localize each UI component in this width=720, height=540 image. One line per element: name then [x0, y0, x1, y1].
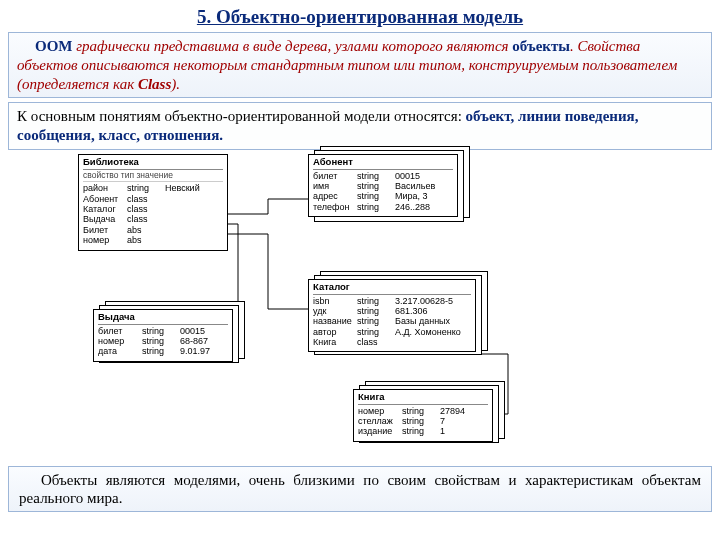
object-abonent: Абонент билетstring00015имяstringВасилье…	[308, 154, 458, 217]
object-library: Библиотека свойство тип значение районst…	[78, 154, 228, 251]
intro-end: ).	[171, 76, 180, 92]
table-row: адресstringМира, 3	[313, 191, 453, 201]
katalog-title: Каталог	[313, 282, 471, 295]
intro-box: ООМ графически представима в виде дерева…	[8, 32, 712, 98]
library-title: Библиотека	[83, 157, 223, 170]
table-row: имяstringВасильев	[313, 181, 453, 191]
footer-box: Объекты являются моделями, очень близким…	[8, 466, 712, 512]
object-kniga: Книга номерstring27894стеллажstring7изда…	[353, 389, 493, 442]
table-row: Книгаclass	[313, 337, 471, 347]
intro-objects: объекты	[512, 38, 570, 54]
table-row: авторstringА.Д. Хомоненко	[313, 327, 471, 337]
kniga-title: Книга	[358, 392, 488, 405]
table-row: названиеstringБазы данных	[313, 316, 471, 326]
intro-class: Class	[138, 76, 171, 92]
table-row: билетstring00015	[313, 171, 453, 181]
page-title: 5. Объектно-ориентированная модель	[4, 6, 716, 28]
object-vydacha: Выдача билетstring00015номерstring68-867…	[93, 309, 233, 362]
table-row: датаstring9.01.97	[98, 346, 228, 356]
table-row: Каталогclass	[83, 204, 223, 214]
table-row: телефонstring246..288	[313, 202, 453, 212]
vydacha-title: Выдача	[98, 312, 228, 325]
intro-main: графически представима в виде дерева, уз…	[73, 38, 513, 54]
diagram-area: Библиотека свойство тип значение районst…	[8, 154, 712, 464]
table-row: Билетabs	[83, 225, 223, 235]
intro-acronym: ООМ	[35, 38, 73, 54]
table-row: районstringНевский	[83, 183, 223, 193]
footer-text: Объекты являются моделями, очень близким…	[19, 472, 701, 506]
table-row: номерstring68-867	[98, 336, 228, 346]
table-row: Абонентclass	[83, 194, 223, 204]
library-subheader: свойство тип значение	[83, 171, 223, 183]
table-row: Выдачаclass	[83, 214, 223, 224]
table-row: изданиеstring1	[358, 426, 488, 436]
table-row: стеллажstring7	[358, 416, 488, 426]
object-katalog: Каталог isbnstring3.217.00628-5удкstring…	[308, 279, 476, 353]
table-row: номерabs	[83, 235, 223, 245]
table-row: номерstring27894	[358, 406, 488, 416]
table-row: isbnstring3.217.00628-5	[313, 296, 471, 306]
concepts-box: К основным понятиям объектно-ориентирова…	[8, 102, 712, 150]
concepts-lead: К основным понятиям объектно-ориентирова…	[17, 108, 466, 124]
table-row: билетstring00015	[98, 326, 228, 336]
abonent-title: Абонент	[313, 157, 453, 170]
table-row: удкstring681.306	[313, 306, 471, 316]
